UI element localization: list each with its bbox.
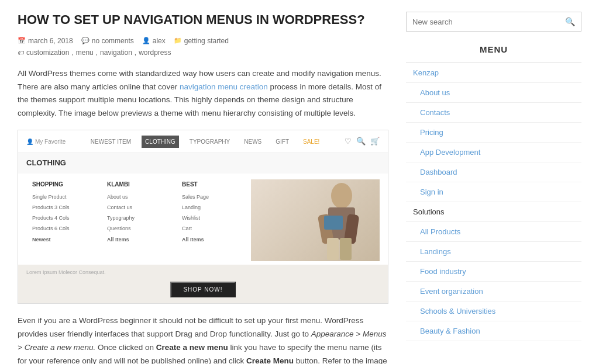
list-item: Products 3 Cols (32, 203, 95, 212)
sidebar-item-app-dev[interactable]: App Development (406, 143, 581, 162)
svg-rect-4 (327, 238, 339, 260)
search-input[interactable] (407, 13, 559, 31)
list-item: Contact us (107, 203, 170, 212)
tag-wordpress[interactable]: wordpress (139, 48, 171, 57)
theme-section-best: BEST Sales Page Landing Wishlist Cart Al… (176, 179, 251, 261)
theme-section-shopping-list: Single Product Products 3 Cols Products … (32, 193, 95, 244)
folder-icon: 📁 (174, 37, 182, 44)
theme-section-shopping-title: SHOPPING (32, 179, 95, 189)
sidebar-item-about[interactable]: About us (406, 83, 581, 103)
theme-section-shopping: SHOPPING Single Product Products 3 Cols … (26, 179, 101, 261)
list-item: Questions (107, 224, 170, 233)
tag-icon: 🏷 (18, 49, 24, 56)
search-button[interactable]: 🔍 (559, 12, 581, 31)
article-body: All WordPress themes come with standardi… (18, 67, 388, 364)
list-item: All Items (107, 235, 170, 244)
sidebar-item-dashboard[interactable]: Dashboard (406, 162, 581, 182)
theme-nav-items: NEWEST ITEM CLOTHING TYPOGRAPHY NEWS GIF… (75, 136, 335, 148)
sidebar: 🔍 MENU Kenzap About us Contacts Pricing … (406, 12, 581, 364)
theme-nav-sale[interactable]: SALE! (300, 136, 323, 148)
theme-section-best-list: Sales Page Landing Wishlist Cart All Ite… (182, 193, 245, 244)
sidebar-item-solutions[interactable]: Solutions (406, 202, 581, 222)
theme-section-best-title: BEST (182, 179, 245, 189)
sidebar-link-contacts[interactable]: Contacts (406, 103, 581, 122)
theme-shop-btn-area: SHOP NOW! (26, 282, 380, 297)
calendar-icon: 📅 (18, 37, 26, 44)
meta-comments: 💬 no comments (81, 37, 134, 45)
list-item: All Items (182, 235, 245, 244)
sidebar-item-food[interactable]: Food industry (406, 262, 581, 282)
sidebar-link-dashboard[interactable]: Dashboard (406, 162, 581, 182)
article-title: HOW TO SET UP NAVIGATION MENUS IN WORDPR… (18, 12, 388, 29)
main-content: HOW TO SET UP NAVIGATION MENUS IN WORDPR… (18, 12, 388, 364)
theme-nav-news[interactable]: NEWS (240, 136, 265, 148)
sidebar-link-schools[interactable]: Schools & Universities (406, 301, 581, 321)
tag-customization[interactable]: customization (26, 48, 69, 57)
list-item: Products 6 Cols (32, 224, 95, 233)
wishlist-icon[interactable]: ♡ (345, 135, 352, 148)
theme-nav-icons: ♡ 🔍 🛒 (345, 135, 380, 148)
body-paragraph-2: Even if you are a WordPress beginner it … (18, 314, 388, 364)
sidebar-menu: Kenzap About us Contacts Pricing App Dev… (406, 63, 581, 341)
theme-user-fav: 👤 My Favorite (26, 137, 66, 147)
list-item: Sales Page (182, 193, 245, 202)
comment-icon: 💬 (81, 37, 89, 44)
list-item: Newest (32, 235, 95, 244)
sidebar-item-schools[interactable]: Schools & Universities (406, 301, 581, 321)
sidebar-item-signin[interactable]: Sign in (406, 182, 581, 202)
sidebar-link-landings[interactable]: Landings (406, 242, 581, 261)
sidebar-link-about[interactable]: About us (406, 83, 581, 102)
sidebar-link-app-dev[interactable]: App Development (406, 143, 581, 162)
tag-navigation[interactable]: navigation (100, 48, 132, 57)
theme-nav-newest[interactable]: NEWEST ITEM (87, 136, 135, 148)
sidebar-link-signin[interactable]: Sign in (406, 182, 581, 202)
svg-rect-5 (340, 238, 352, 260)
sidebar-link-beauty[interactable]: Beauty & Fashion (406, 321, 581, 341)
sidebar-link-all-products[interactable]: All Products (406, 222, 581, 241)
theme-shop-btn[interactable]: SHOP NOW! (170, 282, 235, 297)
theme-nav-typography[interactable]: TYPOGRAPHY (186, 136, 233, 148)
body-paragraph-1: All WordPress themes come with standardi… (18, 67, 388, 121)
sidebar-item-contacts[interactable]: Contacts (406, 103, 581, 123)
sidebar-link-solutions[interactable]: Solutions (406, 202, 581, 221)
tag-menu[interactable]: menu (76, 48, 94, 57)
theme-dropdown: SHOPPING Single Product Products 3 Cols … (18, 174, 388, 265)
theme-nav-gift[interactable]: GIFT (272, 136, 292, 148)
cart-icon[interactable]: 🛒 (370, 135, 380, 148)
theme-model-svg (251, 179, 380, 261)
svg-rect-6 (324, 216, 343, 230)
theme-overlay-text: Lorem Ipsum Molecor Consequat. (26, 268, 380, 277)
theme-nav-clothing[interactable]: CLOTHING (142, 136, 179, 148)
sidebar-menu-title: MENU (406, 44, 581, 54)
meta-category: 📁 getting started (174, 37, 229, 45)
sidebar-link-pricing[interactable]: Pricing (406, 123, 581, 142)
sidebar-link-food[interactable]: Food industry (406, 262, 581, 281)
sidebar-link-event[interactable]: Event organization (406, 282, 581, 301)
theme-preview: 👤 My Favorite NEWEST ITEM CLOTHING TYPOG… (18, 130, 388, 303)
article-meta: 📅 march 6, 2018 💬 no comments 👤 alex 📁 g… (18, 37, 388, 45)
theme-model-area (251, 179, 380, 261)
svg-point-0 (331, 183, 352, 209)
sidebar-item-pricing[interactable]: Pricing (406, 123, 581, 143)
list-item: Typography (107, 214, 170, 223)
list-item: Wishlist (182, 214, 245, 223)
sidebar-item-event[interactable]: Event organization (406, 282, 581, 301)
list-item: Products 4 Cols (32, 214, 95, 223)
theme-clothing-label: CLOTHING (18, 153, 388, 173)
sidebar-item-beauty[interactable]: Beauty & Fashion (406, 321, 581, 341)
list-item: Cart (182, 224, 245, 233)
user-icon-small: 👤 (26, 137, 33, 147)
theme-bottom-area: Lorem Ipsum Molecor Consequat. SHOP NOW! (18, 265, 388, 303)
sidebar-item-landings[interactable]: Landings (406, 242, 581, 262)
meta-date: 📅 march 6, 2018 (18, 37, 73, 45)
sidebar-item-kenzap[interactable]: Kenzap (406, 63, 581, 83)
theme-section-klambi-title: KLAMBI (107, 179, 170, 189)
sidebar-item-all-products[interactable]: All Products (406, 222, 581, 242)
user-icon: 👤 (142, 37, 150, 44)
nav-menu-link[interactable]: navigation menu creation (180, 82, 268, 91)
list-item: About us (107, 193, 170, 202)
article-tags: 🏷 customization, menu, navigation, wordp… (18, 48, 388, 57)
search-icon-theme[interactable]: 🔍 (356, 135, 366, 148)
sidebar-link-kenzap[interactable]: Kenzap (406, 63, 581, 82)
theme-navbar: 👤 My Favorite NEWEST ITEM CLOTHING TYPOG… (18, 130, 388, 153)
